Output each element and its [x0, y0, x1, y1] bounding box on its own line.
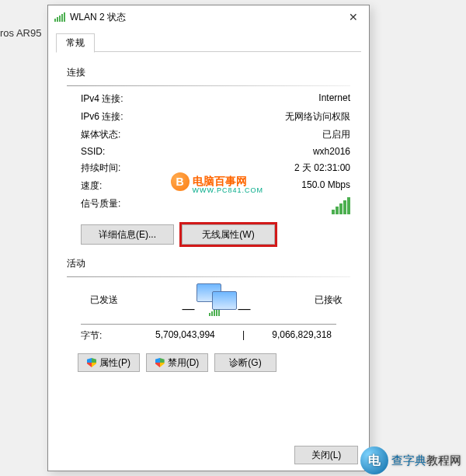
shield-icon [155, 358, 165, 367]
bytes-recv-value: 9,066,829,318 [272, 329, 332, 342]
signal-icon [209, 307, 220, 316]
media-value: 已启用 [174, 128, 350, 141]
ipv6-value: 无网络访问权限 [174, 110, 350, 123]
activity-monitor-icon [196, 283, 237, 316]
ssid-value: wxh2016 [174, 146, 350, 157]
media-label: 媒体状态: [81, 128, 174, 141]
tab-strip: 常规 [56, 32, 361, 52]
signal-icon [54, 12, 65, 22]
ipv4-value: Internet [174, 92, 350, 106]
ssid-label: SSID: [81, 146, 174, 157]
shield-icon [87, 358, 96, 367]
details-button[interactable]: 详细信息(E)... [81, 224, 174, 245]
activity-group-label: 活动 [67, 257, 350, 270]
connection-group-label: 连接 [67, 66, 350, 79]
disable-button[interactable]: 禁用(D) [146, 353, 208, 372]
background-label: ros AR95 [0, 27, 41, 39]
signal-quality-icon [332, 197, 350, 214]
properties-button[interactable]: 属性(P) [78, 353, 140, 372]
window-title: WLAN 2 状态 [70, 11, 344, 24]
watermark-ball-icon: 电 [360, 446, 388, 474]
sent-label: 已发送 [90, 294, 118, 307]
recv-label: 已接收 [315, 294, 343, 307]
speed-value: 150.0 Mbps [174, 179, 350, 193]
signal-quality-label: 信号质量: [81, 197, 174, 217]
bytes-label: 字节: [81, 329, 151, 342]
bottom-watermark: 电 查字典教程网 [360, 446, 461, 474]
duration-value: 2 天 02:31:00 [174, 162, 350, 175]
status-dialog: WLAN 2 状态 ✕ 常规 连接 IPv4 连接:Internet IPv6 … [47, 5, 370, 471]
bytes-sent-value: 5,709,043,994 [155, 329, 215, 342]
titlebar[interactable]: WLAN 2 状态 ✕ [48, 5, 369, 29]
wireless-properties-button[interactable]: 无线属性(W) [182, 224, 275, 245]
duration-label: 持续时间: [81, 162, 174, 175]
ipv4-label: IPv4 连接: [81, 92, 174, 106]
close-button[interactable]: 关闭(L) [294, 446, 358, 464]
speed-label: 速度: [81, 179, 174, 193]
ipv6-label: IPv6 连接: [81, 110, 174, 123]
close-icon[interactable]: ✕ [344, 11, 363, 23]
diagnose-button[interactable]: 诊断(G) [214, 353, 276, 372]
tab-general[interactable]: 常规 [56, 33, 95, 53]
